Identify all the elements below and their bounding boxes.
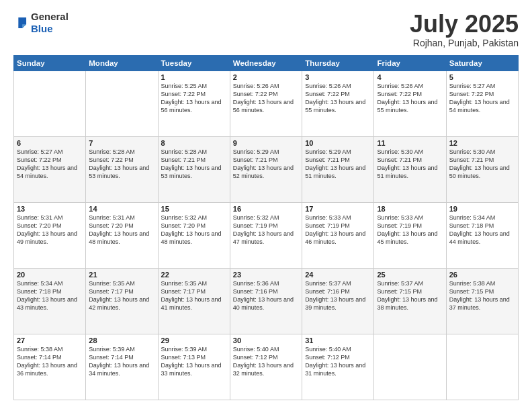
calendar-week-5: 27 Sunrise: 5:38 AMSunset: 7:14 PMDaylig… bbox=[14, 334, 519, 400]
day-detail: Sunrise: 5:28 AMSunset: 7:22 PMDaylight:… bbox=[89, 148, 154, 181]
day-number: 27 bbox=[17, 336, 83, 345]
col-friday: Friday bbox=[374, 55, 446, 71]
table-row bbox=[446, 334, 518, 400]
day-number: 24 bbox=[305, 271, 371, 279]
day-number: 25 bbox=[377, 271, 443, 279]
calendar-week-3: 13 Sunrise: 5:31 AMSunset: 7:20 PMDaylig… bbox=[14, 202, 519, 268]
day-detail: Sunrise: 5:33 AMSunset: 7:19 PMDaylight:… bbox=[305, 214, 371, 246]
table-row: 4 Sunrise: 5:26 AMSunset: 7:22 PMDayligh… bbox=[374, 71, 446, 136]
table-row: 15 Sunrise: 5:32 AMSunset: 7:20 PMDaylig… bbox=[158, 202, 230, 268]
day-number: 26 bbox=[449, 271, 515, 279]
header: General Blue July 2025 Rojhan, Punjab, P… bbox=[13, 11, 519, 48]
day-number: 7 bbox=[89, 139, 154, 147]
table-row: 21 Sunrise: 5:35 AMSunset: 7:17 PMDaylig… bbox=[86, 268, 158, 334]
day-detail: Sunrise: 5:26 AMSunset: 7:22 PMDaylight:… bbox=[377, 82, 443, 115]
day-detail: Sunrise: 5:34 AMSunset: 7:18 PMDaylight:… bbox=[17, 279, 83, 312]
svg-marker-1 bbox=[22, 24, 26, 28]
day-detail: Sunrise: 5:26 AMSunset: 7:22 PMDaylight:… bbox=[233, 82, 299, 115]
logo-icon bbox=[13, 15, 28, 30]
table-row: 30 Sunrise: 5:40 AMSunset: 7:12 PMDaylig… bbox=[230, 334, 302, 400]
table-row: 14 Sunrise: 5:31 AMSunset: 7:20 PMDaylig… bbox=[86, 202, 158, 268]
day-detail: Sunrise: 5:29 AMSunset: 7:21 PMDaylight:… bbox=[233, 148, 299, 181]
table-row: 6 Sunrise: 5:27 AMSunset: 7:22 PMDayligh… bbox=[14, 136, 86, 202]
table-row: 24 Sunrise: 5:37 AMSunset: 7:16 PMDaylig… bbox=[302, 268, 374, 334]
col-wednesday: Wednesday bbox=[230, 55, 302, 71]
day-detail: Sunrise: 5:39 AMSunset: 7:13 PMDaylight:… bbox=[161, 345, 227, 378]
table-row: 25 Sunrise: 5:37 AMSunset: 7:15 PMDaylig… bbox=[374, 268, 446, 334]
calendar-week-1: 1 Sunrise: 5:25 AMSunset: 7:22 PMDayligh… bbox=[14, 71, 519, 136]
day-number: 9 bbox=[233, 139, 299, 147]
day-number: 13 bbox=[17, 205, 83, 213]
day-detail: Sunrise: 5:39 AMSunset: 7:14 PMDaylight:… bbox=[89, 345, 154, 378]
day-number: 6 bbox=[17, 139, 83, 147]
table-row: 26 Sunrise: 5:38 AMSunset: 7:15 PMDaylig… bbox=[446, 268, 518, 334]
location: Rojhan, Punjab, Pakistan bbox=[410, 38, 519, 48]
table-row: 16 Sunrise: 5:32 AMSunset: 7:19 PMDaylig… bbox=[230, 202, 302, 268]
day-detail: Sunrise: 5:40 AMSunset: 7:12 PMDaylight:… bbox=[233, 345, 299, 378]
day-number: 23 bbox=[233, 271, 299, 279]
day-detail: Sunrise: 5:25 AMSunset: 7:22 PMDaylight:… bbox=[161, 82, 227, 115]
table-row: 17 Sunrise: 5:33 AMSunset: 7:19 PMDaylig… bbox=[302, 202, 374, 268]
day-detail: Sunrise: 5:29 AMSunset: 7:21 PMDaylight:… bbox=[305, 148, 371, 181]
day-number: 19 bbox=[449, 205, 515, 213]
day-number: 1 bbox=[161, 73, 227, 81]
day-number: 11 bbox=[377, 139, 443, 147]
day-detail: Sunrise: 5:31 AMSunset: 7:20 PMDaylight:… bbox=[17, 214, 83, 246]
table-row: 23 Sunrise: 5:36 AMSunset: 7:16 PMDaylig… bbox=[230, 268, 302, 334]
day-number: 21 bbox=[89, 271, 154, 279]
table-row: 11 Sunrise: 5:30 AMSunset: 7:21 PMDaylig… bbox=[374, 136, 446, 202]
day-number: 14 bbox=[89, 205, 154, 213]
table-row: 27 Sunrise: 5:38 AMSunset: 7:14 PMDaylig… bbox=[14, 334, 86, 400]
day-detail: Sunrise: 5:38 AMSunset: 7:15 PMDaylight:… bbox=[449, 279, 515, 312]
day-detail: Sunrise: 5:32 AMSunset: 7:19 PMDaylight:… bbox=[233, 214, 299, 246]
table-row: 19 Sunrise: 5:34 AMSunset: 7:18 PMDaylig… bbox=[446, 202, 518, 268]
title-block: July 2025 Rojhan, Punjab, Pakistan bbox=[410, 11, 519, 48]
table-row bbox=[374, 334, 446, 400]
logo-blue: Blue bbox=[31, 23, 53, 34]
day-number: 16 bbox=[233, 205, 299, 213]
table-row: 29 Sunrise: 5:39 AMSunset: 7:13 PMDaylig… bbox=[158, 334, 230, 400]
table-row: 9 Sunrise: 5:29 AMSunset: 7:21 PMDayligh… bbox=[230, 136, 302, 202]
table-row: 8 Sunrise: 5:28 AMSunset: 7:21 PMDayligh… bbox=[158, 136, 230, 202]
table-row: 28 Sunrise: 5:39 AMSunset: 7:14 PMDaylig… bbox=[86, 334, 158, 400]
table-row: 5 Sunrise: 5:27 AMSunset: 7:22 PMDayligh… bbox=[446, 71, 518, 136]
table-row: 13 Sunrise: 5:31 AMSunset: 7:20 PMDaylig… bbox=[14, 202, 86, 268]
day-detail: Sunrise: 5:37 AMSunset: 7:16 PMDaylight:… bbox=[305, 279, 371, 312]
day-detail: Sunrise: 5:33 AMSunset: 7:19 PMDaylight:… bbox=[377, 214, 443, 246]
table-row: 7 Sunrise: 5:28 AMSunset: 7:22 PMDayligh… bbox=[86, 136, 158, 202]
table-row: 2 Sunrise: 5:26 AMSunset: 7:22 PMDayligh… bbox=[230, 71, 302, 136]
col-tuesday: Tuesday bbox=[158, 55, 230, 71]
table-row: 22 Sunrise: 5:35 AMSunset: 7:17 PMDaylig… bbox=[158, 268, 230, 334]
page: General Blue July 2025 Rojhan, Punjab, P… bbox=[0, 0, 532, 411]
calendar-week-2: 6 Sunrise: 5:27 AMSunset: 7:22 PMDayligh… bbox=[14, 136, 519, 202]
table-row: 31 Sunrise: 5:40 AMSunset: 7:12 PMDaylig… bbox=[302, 334, 374, 400]
table-row: 3 Sunrise: 5:26 AMSunset: 7:22 PMDayligh… bbox=[302, 71, 374, 136]
table-row: 20 Sunrise: 5:34 AMSunset: 7:18 PMDaylig… bbox=[14, 268, 86, 334]
day-detail: Sunrise: 5:40 AMSunset: 7:12 PMDaylight:… bbox=[305, 345, 371, 378]
day-number: 3 bbox=[305, 73, 371, 81]
day-detail: Sunrise: 5:32 AMSunset: 7:20 PMDaylight:… bbox=[161, 214, 227, 246]
calendar: Sunday Monday Tuesday Wednesday Thursday… bbox=[13, 55, 519, 400]
table-row: 12 Sunrise: 5:30 AMSunset: 7:21 PMDaylig… bbox=[446, 136, 518, 202]
day-detail: Sunrise: 5:27 AMSunset: 7:22 PMDaylight:… bbox=[17, 148, 83, 181]
day-number: 10 bbox=[305, 139, 371, 147]
col-monday: Monday bbox=[86, 55, 158, 71]
day-number: 31 bbox=[305, 336, 371, 345]
table-row: 1 Sunrise: 5:25 AMSunset: 7:22 PMDayligh… bbox=[158, 71, 230, 136]
day-number: 20 bbox=[17, 271, 83, 279]
day-number: 17 bbox=[305, 205, 371, 213]
month-title: July 2025 bbox=[410, 11, 519, 38]
day-number: 15 bbox=[161, 205, 227, 213]
day-number: 5 bbox=[449, 73, 515, 81]
day-number: 2 bbox=[233, 73, 299, 81]
day-number: 4 bbox=[377, 73, 443, 81]
table-row: 10 Sunrise: 5:29 AMSunset: 7:21 PMDaylig… bbox=[302, 136, 374, 202]
day-detail: Sunrise: 5:26 AMSunset: 7:22 PMDaylight:… bbox=[305, 82, 371, 115]
logo-general: General bbox=[31, 11, 69, 22]
day-detail: Sunrise: 5:27 AMSunset: 7:22 PMDaylight:… bbox=[449, 82, 515, 115]
day-detail: Sunrise: 5:30 AMSunset: 7:21 PMDaylight:… bbox=[449, 148, 515, 181]
day-detail: Sunrise: 5:38 AMSunset: 7:14 PMDaylight:… bbox=[17, 345, 83, 378]
logo: General Blue bbox=[13, 11, 69, 35]
header-row: Sunday Monday Tuesday Wednesday Thursday… bbox=[14, 55, 519, 71]
col-sunday: Sunday bbox=[14, 55, 86, 71]
